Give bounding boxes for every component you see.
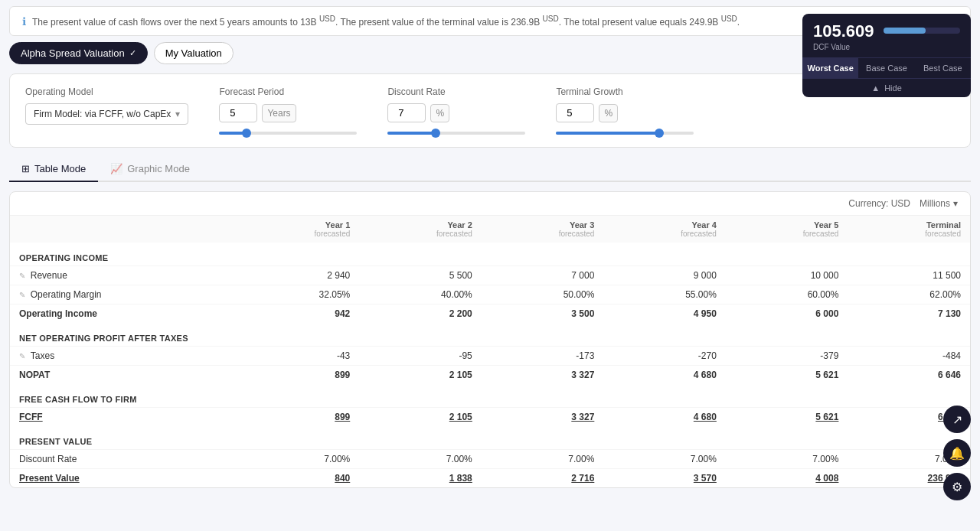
table-mode-label: Table Mode [34,163,86,174]
row-value-cell: 3 570 [603,469,726,488]
row-value-cell: 40.00% [359,285,482,305]
view-mode-tabs: ⊞ Table Mode 📈 Graphic Mode [9,157,971,182]
forecast-period-group: Forecast Period Years [219,86,357,135]
valuation-table: Year 1forecasted Year 2forecasted Year 3… [10,216,970,487]
my-valuation-tab[interactable]: My Valuation [154,42,234,64]
terminal-input[interactable] [556,103,594,122]
dcf-value-group: 105.609 DCF Value [813,21,874,51]
forecast-slider-thumb[interactable] [242,129,251,138]
discount-slider-thumb[interactable] [431,129,440,138]
row-value-cell: 6 000 [726,305,848,324]
graphic-mode-label: Graphic Mode [127,163,190,174]
row-value-cell: -484 [848,347,970,366]
row-value-cell: 3 327 [482,366,604,385]
row-value-cell: 10 000 [726,266,848,285]
dropdown-value: Firm Model: via FCFF, w/o CapEx [34,109,171,119]
row-label-cell: Discount Rate [10,450,237,469]
row-value-cell: 7 000 [482,266,604,285]
forecast-input-row: Years [219,103,357,122]
col-label [10,216,237,243]
table-row: NOPAT8992 1053 3274 6805 6216 646 [10,366,970,385]
row-value-cell: 4 680 [603,408,726,427]
settings-fab-button[interactable]: ⚙ [943,473,971,488]
row-value-cell: 7.00% [237,450,360,469]
currency-row: Currency: USD Millions ▾ [10,192,970,216]
row-value-cell: 60.00% [726,285,848,305]
table-mode-tab[interactable]: ⊞ Table Mode [9,157,98,182]
worst-case-button[interactable]: Worst Case [802,58,858,78]
hide-label: Hide [884,83,902,93]
dcf-label: DCF Value [813,43,874,51]
row-value-cell: 2 105 [359,366,482,385]
table-section-header: PRESENT VALUE [10,426,970,450]
row-value-cell: 2 105 [359,408,482,427]
notification-fab-button[interactable]: 🔔 [943,439,971,467]
row-value-cell: 11 500 [848,266,970,285]
operating-model-group: Operating Model Firm Model: via FCFF, w/… [25,86,188,125]
data-table-container: Currency: USD Millions ▾ Year 1forecaste… [9,191,971,488]
table-row: Present Value8401 8382 7163 5704 008236 … [10,469,970,488]
forecast-period-label: Forecast Period [219,86,357,97]
section-header-cell: NET OPERATING PROFIT AFTER TAXES [10,323,970,347]
dcf-hide-row[interactable]: ▲ Hide [802,78,971,97]
row-label-cell: FCFF [10,408,237,427]
edit-icon[interactable]: ✎ [19,272,28,280]
row-value-cell: -173 [482,347,604,366]
row-value-cell: 7.00% [359,450,482,469]
row-value-cell: 5 621 [726,366,848,385]
dcf-top: 105.609 DCF Value [802,14,971,57]
terminal-slider-fill [556,132,659,135]
row-value-cell: -270 [603,347,726,366]
table-row: ✎ Revenue2 9405 5007 0009 00010 00011 50… [10,266,970,285]
table-icon: ⊞ [21,163,30,174]
row-label-cell: ✎ Taxes [10,347,237,366]
row-value-cell: 5 500 [359,266,482,285]
terminal-growth-group: Terminal Growth % [556,86,694,135]
table-row: ✎ Taxes-43-95-173-270-379-484 [10,347,970,366]
table-section-header: OPERATING INCOME [10,243,970,266]
row-value-cell: 2 716 [482,469,604,488]
row-value-cell: 55.00% [603,285,726,305]
edit-icon[interactable]: ✎ [19,291,28,299]
terminal-unit: % [599,104,618,122]
edit-icon[interactable]: ✎ [19,352,28,360]
row-value-cell: 4 008 [726,469,848,488]
base-case-button[interactable]: Base Case [858,58,914,78]
row-value-cell: -379 [726,347,848,366]
best-case-button[interactable]: Best Case [915,58,971,78]
dcf-panel: 105.609 DCF Value Worst Case Base Case B… [802,14,971,97]
discount-unit: % [430,104,449,122]
millions-label: Millions [920,198,950,209]
millions-dropdown[interactable]: Millions ▾ [920,198,958,209]
row-value-cell: 7.00% [482,450,604,469]
discount-input-row: % [387,103,525,122]
section-header-cell: OPERATING INCOME [10,243,970,266]
graphic-mode-tab[interactable]: 📈 Graphic Mode [98,157,202,182]
row-value-cell: 3 327 [482,408,604,427]
share-fab-button[interactable]: ↗ [943,406,971,433]
bell-icon: 🔔 [949,446,965,461]
terminal-slider[interactable] [556,132,694,135]
discount-slider[interactable] [387,132,525,135]
millions-chevron-icon: ▾ [953,198,958,209]
table-body: OPERATING INCOME✎ Revenue2 9405 5007 000… [10,243,970,487]
row-value-cell: 840 [237,469,360,488]
chevron-up-icon: ▲ [871,83,880,93]
col-year1: Year 1forecasted [237,216,360,243]
info-icon: ℹ [22,15,26,28]
discount-slider-fill [387,132,436,135]
row-value-cell: 7.00% [603,450,726,469]
section-header-cell: PRESENT VALUE [10,426,970,450]
table-row: Operating Income9422 2003 5004 9506 0007… [10,305,970,324]
terminal-slider-thumb[interactable] [655,129,664,138]
row-value-cell: 899 [237,366,360,385]
operating-model-dropdown[interactable]: Firm Model: via FCFF, w/o CapEx ▾ [25,103,188,125]
row-value-cell: 7 130 [848,305,970,324]
discount-rate-group: Discount Rate % [387,86,525,135]
forecast-input[interactable] [219,103,257,122]
alpha-spread-tab[interactable]: Alpha Spread Valuation ✓ [9,42,148,64]
dcf-value: 105.609 [813,21,874,41]
discount-input[interactable] [387,103,426,122]
table-header-row: Year 1forecasted Year 2forecasted Year 3… [10,216,970,243]
forecast-slider[interactable] [219,132,357,135]
